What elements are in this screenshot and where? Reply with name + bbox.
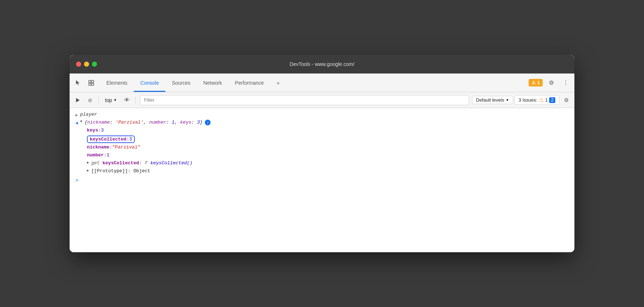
more-vert-icon[interactable]: ⋮ [560, 77, 572, 89]
eye-icon[interactable]: 👁 [122, 95, 132, 106]
issues-counter[interactable]: 3 Issues: ⚠ 1 2 [515, 95, 559, 105]
tab-network[interactable]: Network [197, 74, 228, 92]
back-arrow-icon[interactable]: ◀ [75, 120, 78, 126]
highlighted-property: keysCollected: 3 [87, 135, 135, 143]
warn-icon: ⚠ [539, 97, 544, 103]
console-line-proto: ▶ [[Prototype]]: Object [70, 168, 574, 175]
tab-sources[interactable]: Sources [166, 74, 197, 92]
console-line-number: number: 1 [70, 152, 574, 160]
console-toolbar: ⊘ top ▼ 👁 Default levels ▼ 3 Issues: ⚠ 1… [70, 92, 574, 108]
prop-number: number: 1 [87, 152, 109, 158]
settings-icon[interactable]: ⚙ [546, 77, 557, 89]
tabs-list: Elements Console Sources Network Perform… [100, 74, 529, 92]
inspect-icon[interactable] [85, 77, 97, 89]
tab-more[interactable]: » [270, 74, 286, 92]
getter-expand-icon[interactable]: ▶ [87, 160, 89, 165]
svg-rect-1 [92, 80, 94, 83]
console-line-getter: ▶ get keysCollected: f keysCollected() [70, 160, 574, 168]
traffic-lights [76, 62, 97, 67]
run-icon[interactable] [72, 95, 83, 106]
issues-label: 3 Issues: [519, 97, 537, 103]
expand-icon[interactable]: ▶ [75, 112, 78, 118]
warning-count: 1 [537, 80, 540, 85]
proto-expand-icon[interactable]: ▶ [87, 168, 89, 173]
dropdown-arrow-icon: ▼ [113, 98, 117, 102]
proto-text: [[Prototype]]: Object [91, 168, 150, 174]
window-title: DevTools - www.google.com/ [290, 61, 354, 67]
tabs-right: ⚠ 1 ⚙ ⋮ [529, 77, 572, 89]
console-line-object: ◀ ▼ {nickname: 'Parzival', number: 1, ke… [70, 119, 574, 127]
cursor-icon[interactable] [72, 77, 84, 89]
warning-badge[interactable]: ⚠ 1 [529, 79, 543, 86]
prompt-arrow-icon: > [75, 178, 78, 183]
titlebar: DevTools - www.google.com/ [70, 55, 574, 74]
warn-count: 1 [545, 97, 548, 103]
svg-rect-2 [89, 83, 91, 85]
log-levels-label: Default levels [476, 97, 504, 103]
prop-keys-collected: keysCollected: 3 [87, 135, 135, 143]
object-info-icon[interactable]: i [205, 120, 211, 125]
getter-text: get keysCollected: f keysCollected() [91, 160, 193, 166]
tabs-left-icons [72, 77, 97, 89]
divider [98, 97, 99, 104]
console-line-nickname: nickname: "Parzival" [70, 144, 574, 152]
tab-elements[interactable]: Elements [100, 74, 134, 92]
context-selector[interactable]: top ▼ [102, 96, 120, 104]
collapse-icon[interactable]: ▼ [80, 120, 82, 124]
player-label: player [80, 112, 97, 117]
prop-keys: keys: 3 [87, 128, 104, 133]
object-preview: {nickname: 'Parzival', number: 1, keys: … [84, 120, 203, 125]
block-icon[interactable]: ⊘ [85, 95, 96, 106]
divider2 [135, 97, 136, 104]
devtools-body: Elements Console Sources Network Perform… [70, 74, 574, 252]
console-prompt-line: > [70, 175, 574, 186]
warning-icon: ⚠ [531, 80, 536, 85]
svg-rect-0 [89, 80, 91, 83]
console-line-player: ▶ player [70, 111, 574, 119]
devtools-window: DevTools - www.google.com/ [70, 55, 574, 252]
close-button[interactable] [76, 62, 81, 67]
svg-marker-4 [76, 98, 80, 102]
console-settings-icon[interactable]: ⚙ [561, 95, 572, 106]
log-levels-dropdown[interactable]: Default levels ▼ [472, 96, 513, 104]
tab-console[interactable]: Console [134, 74, 165, 92]
filter-input[interactable] [140, 95, 469, 105]
console-line-keys: keys: 3 [70, 127, 574, 135]
maximize-button[interactable] [92, 62, 97, 67]
console-output: ▶ player ◀ ▼ {nickname: 'Parzival', numb… [70, 108, 574, 252]
log-levels-arrow-icon: ▼ [506, 98, 509, 102]
console-line-keys-collected: keysCollected: 3 [70, 135, 574, 144]
minimize-button[interactable] [84, 62, 89, 67]
svg-rect-3 [92, 83, 94, 85]
context-label: top [105, 97, 112, 103]
tab-performance[interactable]: Performance [228, 74, 270, 92]
tabs-bar: Elements Console Sources Network Perform… [70, 74, 574, 92]
prop-nickname: nickname: "Parzival" [87, 144, 140, 150]
info-count-badge: 2 [549, 97, 555, 103]
